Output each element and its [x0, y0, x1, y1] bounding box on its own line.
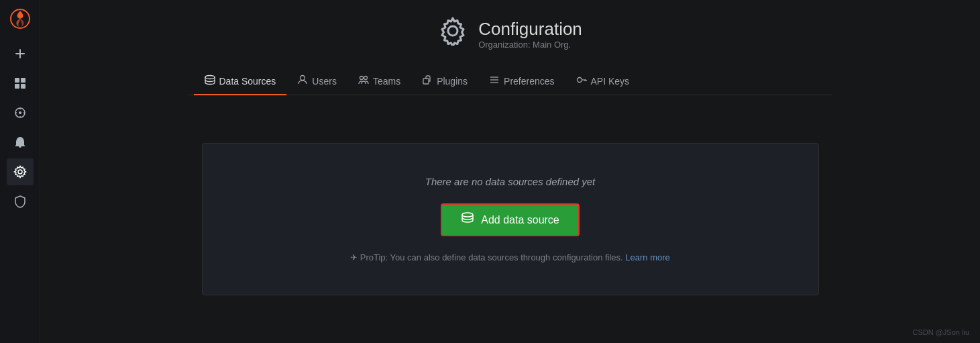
protip-text: ✈ ProTip: You can also define data sourc… [350, 252, 670, 262]
svg-point-16 [301, 76, 305, 81]
learn-more-link[interactable]: Learn more [625, 252, 669, 262]
tab-preferences-label: Preferences [504, 76, 554, 87]
svg-point-17 [360, 77, 363, 80]
svg-point-27 [462, 213, 473, 217]
add-datasource-label: Add data source [481, 214, 559, 226]
tabs-nav: Data Sources Users Teams [188, 68, 832, 95]
page-title: Configuration [478, 19, 582, 40]
tab-plugins-label: Plugins [437, 76, 468, 87]
svg-point-8 [19, 111, 21, 114]
svg-rect-2 [15, 53, 25, 54]
sidebar-item-settings[interactable] [7, 158, 34, 185]
tab-api-keys-label: API Keys [591, 76, 630, 87]
teams-icon [358, 75, 369, 87]
tab-plugins[interactable]: Plugins [411, 68, 478, 95]
users-icon [297, 75, 308, 87]
sidebar-item-dashboard[interactable] [7, 70, 34, 97]
sidebar-item-alert[interactable] [7, 129, 34, 156]
data-sources-icon [205, 75, 215, 87]
tab-api-keys[interactable]: API Keys [565, 68, 641, 95]
sidebar-logo[interactable] [7, 5, 34, 32]
sidebar [0, 0, 40, 343]
page-subtitle: Organization: Main Org. [478, 40, 582, 50]
svg-rect-6 [21, 84, 25, 89]
preferences-icon [489, 75, 500, 87]
svg-point-18 [364, 77, 367, 80]
svg-rect-4 [21, 78, 25, 83]
empty-message: There are no data sources defined yet [425, 176, 596, 187]
tab-data-sources-label: Data Sources [219, 76, 276, 87]
tab-teams[interactable]: Teams [347, 68, 411, 95]
svg-point-15 [205, 76, 215, 79]
tab-teams-label: Teams [373, 76, 400, 87]
tab-data-sources[interactable]: Data Sources [194, 68, 287, 95]
tab-users-label: Users [312, 76, 337, 87]
svg-rect-19 [423, 79, 429, 84]
content-card: There are no data sources defined yet Ad… [202, 143, 819, 295]
plugins-icon [422, 75, 433, 87]
svg-point-14 [448, 26, 457, 36]
tab-users[interactable]: Users [286, 68, 347, 95]
page-header-text: Configuration Organization: Main Org. [478, 19, 582, 50]
sidebar-item-add[interactable] [7, 40, 34, 67]
svg-rect-5 [15, 84, 19, 89]
sidebar-item-shield[interactable] [7, 188, 34, 215]
content-area: There are no data sources defined yet Ad… [188, 95, 832, 343]
configuration-icon [438, 16, 468, 52]
watermark: CSDN @JSon liu [912, 328, 969, 336]
svg-point-23 [577, 78, 582, 83]
main-content: Configuration Organization: Main Org. Da… [40, 0, 980, 343]
add-datasource-button[interactable]: Add data source [441, 203, 580, 236]
page-header: Configuration Organization: Main Org. [438, 16, 582, 52]
tab-preferences[interactable]: Preferences [478, 68, 565, 95]
add-datasource-icon [461, 211, 474, 228]
svg-rect-3 [15, 78, 19, 83]
api-keys-icon [576, 75, 587, 87]
sidebar-item-explore[interactable] [7, 99, 34, 126]
protip-message: ✈ ProTip: You can also define data sourc… [350, 252, 623, 262]
svg-point-13 [18, 170, 22, 174]
